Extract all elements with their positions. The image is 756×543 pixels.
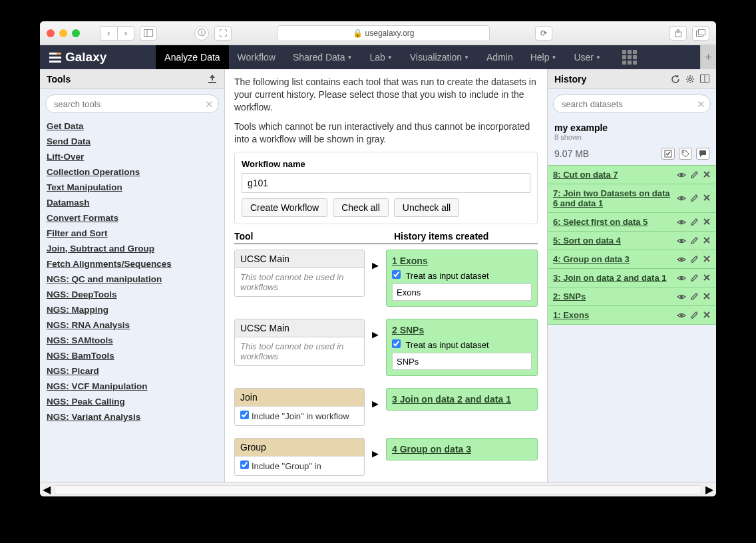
- tool-category[interactable]: NGS: RNA Analysis: [47, 317, 218, 333]
- edit-icon[interactable]: [690, 273, 699, 283]
- tool-category[interactable]: Filter and Sort: [47, 226, 218, 241]
- history-name[interactable]: my example: [554, 122, 709, 133]
- view-icon[interactable]: [677, 170, 686, 180]
- hist-link[interactable]: 2 SNPs: [392, 325, 424, 335]
- input-dataset-name[interactable]: [392, 283, 532, 301]
- reader-button[interactable]: ⓘ: [194, 26, 209, 41]
- view-icon[interactable]: [677, 236, 686, 246]
- tool-category[interactable]: Text Manipulation: [47, 180, 218, 195]
- create-workflow-button[interactable]: Create Workflow: [242, 198, 327, 217]
- fullscreen-button[interactable]: ⛶: [214, 26, 232, 41]
- close-window[interactable]: [47, 29, 55, 37]
- history-item-link[interactable]: 2: SNPs: [553, 291, 677, 301]
- tool-category[interactable]: NGS: QC and manipulation: [47, 272, 218, 287]
- nav-admin[interactable]: Admin: [478, 45, 522, 69]
- tool-category[interactable]: NGS: Mapping: [47, 302, 218, 317]
- history-item-link[interactable]: 6: Select first on data 5: [553, 217, 677, 227]
- history-item-link[interactable]: 5: Sort on data 4: [553, 236, 677, 246]
- share-button[interactable]: [669, 26, 687, 41]
- hist-link[interactable]: 1 Exons: [392, 256, 428, 266]
- clear-history-search-icon[interactable]: ✕: [697, 98, 705, 110]
- maximize-window[interactable]: [72, 29, 80, 37]
- tools-search-input[interactable]: [45, 94, 219, 113]
- hist-link[interactable]: 4 Group on data 3: [392, 444, 471, 454]
- refresh-icon[interactable]: [671, 75, 680, 84]
- delete-icon[interactable]: [703, 255, 711, 264]
- tool-category-list[interactable]: Get DataSend DataLift-OverCollection Ope…: [40, 118, 224, 482]
- delete-icon[interactable]: [703, 236, 711, 246]
- check-all-button[interactable]: Check all: [333, 198, 389, 217]
- history-item[interactable]: 3: Join on data 2 and data 1: [548, 268, 716, 287]
- sidebar-toggle[interactable]: [140, 26, 157, 41]
- history-item[interactable]: 8: Cut on data 7: [548, 165, 716, 184]
- tool-category[interactable]: Send Data: [47, 134, 218, 149]
- view-icon[interactable]: [677, 292, 686, 301]
- treat-input-checkbox[interactable]: [392, 270, 401, 279]
- clear-search-icon[interactable]: ✕: [205, 98, 214, 110]
- columns-icon[interactable]: [700, 75, 709, 84]
- tool-category[interactable]: Convert Formats: [47, 210, 218, 226]
- workflow-name-input[interactable]: [242, 173, 530, 193]
- edit-icon[interactable]: [690, 218, 699, 227]
- tool-category[interactable]: NGS: BamTools: [47, 348, 218, 363]
- hist-link[interactable]: 3 Join on data 2 and data 1: [392, 394, 511, 405]
- nav-user[interactable]: User▼: [565, 45, 609, 69]
- nav-help[interactable]: Help▼: [522, 45, 566, 69]
- include-checkbox[interactable]: [240, 460, 249, 469]
- nav-visualization[interactable]: Visualization▼: [401, 45, 478, 69]
- tool-category[interactable]: Collection Operations: [47, 164, 218, 180]
- history-item-link[interactable]: 1: Exons: [553, 310, 677, 320]
- new-tab-button[interactable]: +: [700, 45, 716, 69]
- tool-category[interactable]: Get Data: [47, 118, 218, 134]
- tags-icon[interactable]: [679, 148, 692, 160]
- delete-icon[interactable]: [703, 194, 711, 203]
- edit-icon[interactable]: [690, 236, 699, 246]
- tool-category[interactable]: Lift-Over: [47, 149, 218, 164]
- view-icon[interactable]: [677, 218, 686, 227]
- minimize-window[interactable]: [59, 29, 67, 37]
- logo[interactable]: Galaxy: [40, 50, 116, 65]
- edit-icon[interactable]: [690, 255, 699, 264]
- history-item-link[interactable]: 4: Group on data 3: [553, 254, 677, 264]
- delete-icon[interactable]: [703, 311, 711, 320]
- tool-category[interactable]: Fetch Alignments/Sequences: [47, 256, 218, 272]
- scroll-left-icon[interactable]: ◀: [43, 483, 51, 496]
- uncheck-all-button[interactable]: Uncheck all: [394, 198, 459, 217]
- tool-category[interactable]: NGS: Picard: [47, 363, 218, 379]
- tabs-button[interactable]: [692, 26, 709, 41]
- history-item-link[interactable]: 3: Join on data 2 and data 1: [553, 273, 677, 283]
- history-item[interactable]: 7: Join two Datasets on data 6 and data …: [548, 184, 716, 213]
- input-dataset-name[interactable]: [392, 353, 532, 370]
- edit-icon[interactable]: [690, 170, 699, 180]
- select-all-icon[interactable]: [662, 148, 675, 160]
- view-icon[interactable]: [677, 255, 686, 264]
- annotation-icon[interactable]: [696, 148, 709, 160]
- view-icon[interactable]: [677, 194, 686, 203]
- delete-icon[interactable]: [703, 273, 711, 283]
- tool-category[interactable]: Datamash: [47, 195, 218, 210]
- tool-category[interactable]: NGS: Peak Calling: [47, 394, 218, 409]
- tool-category[interactable]: NGS: Variant Analysis: [47, 409, 218, 425]
- upload-icon[interactable]: [207, 75, 218, 84]
- horizontal-scrollbar[interactable]: ◀ ▶: [40, 482, 716, 496]
- delete-icon[interactable]: [703, 170, 711, 180]
- history-search-input[interactable]: [553, 94, 711, 113]
- forward-button[interactable]: ›: [117, 26, 134, 41]
- delete-icon[interactable]: [703, 292, 711, 301]
- view-icon[interactable]: [677, 311, 686, 320]
- treat-input-checkbox[interactable]: [392, 339, 401, 348]
- history-item[interactable]: 1: Exons: [548, 305, 716, 325]
- view-icon[interactable]: [677, 273, 686, 283]
- reload-button[interactable]: ⟳: [535, 26, 552, 41]
- nav-grid[interactable]: [610, 45, 646, 69]
- scroll-right-icon[interactable]: ▶: [705, 483, 713, 496]
- history-item-link[interactable]: 7: Join two Datasets on data 6 and data …: [553, 188, 677, 208]
- nav-shared-data[interactable]: Shared Data▼: [284, 45, 361, 69]
- history-item[interactable]: 4: Group on data 3: [548, 250, 716, 269]
- tool-category[interactable]: NGS: VCF Manipulation: [47, 379, 218, 394]
- history-item[interactable]: 6: Select first on data 5: [548, 212, 716, 232]
- history-items-list[interactable]: 8: Cut on data 77: Join two Datasets on …: [548, 165, 716, 482]
- tool-category[interactable]: NGS: DeepTools: [47, 287, 218, 302]
- gear-icon[interactable]: [685, 75, 695, 84]
- history-item[interactable]: 5: Sort on data 4: [548, 231, 716, 250]
